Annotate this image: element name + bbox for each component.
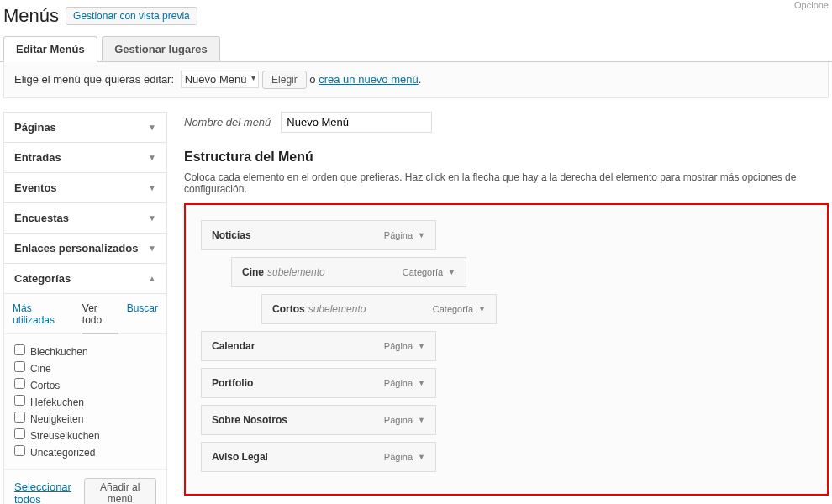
tab-manage-locations[interactable]: Gestionar lugares [102, 36, 220, 62]
menu-item[interactable]: Aviso LegalPágina▼ [201, 442, 436, 472]
screen-options[interactable]: Opcione [794, 0, 829, 10]
expand-icon[interactable]: ▼ [418, 379, 425, 387]
categories-panel-body: Más utilizadasVer todoBuscarBlechkuchenC… [4, 294, 166, 504]
or-text: o [309, 73, 315, 86]
category-item[interactable]: Cortos [14, 376, 156, 393]
category-checkbox[interactable] [14, 428, 25, 439]
category-item[interactable]: Streuselkuchen [14, 427, 156, 444]
menu-name-input[interactable] [281, 112, 432, 133]
category-checkbox[interactable] [14, 395, 25, 406]
menu-name-label: Nombre del menú [184, 116, 271, 129]
expand-icon[interactable]: ▼ [418, 342, 425, 350]
menu-item[interactable]: CinesubelementoCategoría▼ [231, 257, 466, 287]
subtab-view-all[interactable]: Ver todo [82, 302, 118, 334]
menu-item[interactable]: CortossubelementoCategoría▼ [261, 294, 497, 324]
menu-item-type: Página [384, 341, 413, 351]
select-menu-label: Elige el menú que quieras editar: [14, 73, 174, 86]
tab-edit-menus[interactable]: Editar Menús [3, 36, 97, 62]
sidebar-panel-enlaces-personalizados[interactable]: Enlaces personalizados▼ [4, 234, 166, 264]
menu-item[interactable]: Sobre NosotrosPágina▼ [201, 405, 436, 435]
subtab-most-used[interactable]: Más utilizadas [13, 302, 74, 333]
category-item[interactable]: Cine [14, 360, 156, 376]
expand-icon[interactable]: ▼ [448, 268, 455, 276]
menu-item-type: Categoría [403, 267, 443, 277]
manage-preview-button[interactable]: Gestionar con vista previa [66, 7, 197, 25]
category-checkbox[interactable] [14, 445, 25, 456]
category-item[interactable]: Blechkuchen [14, 343, 156, 360]
choose-button[interactable]: Elegir [262, 71, 307, 89]
category-item[interactable]: Uncategorized [14, 444, 156, 460]
structure-description: Coloca cada elemento en el orden que pre… [184, 171, 829, 195]
sidebar-panel-entradas[interactable]: Entradas▼ [4, 143, 166, 173]
expand-icon[interactable]: ▼ [418, 231, 425, 239]
page-title: Menús [3, 5, 59, 27]
category-checkbox[interactable] [14, 412, 25, 423]
menu-item-type: Página [384, 415, 413, 425]
menu-select[interactable]: Nuevo Menú [181, 71, 260, 88]
add-to-menu-button[interactable]: Añadir al menú [84, 478, 156, 504]
menu-item[interactable]: PortfolioPágina▼ [201, 368, 436, 398]
menu-item[interactable]: NoticiasPágina▼ [201, 220, 436, 250]
chevron-down-icon: ▼ [148, 183, 156, 192]
category-item[interactable]: Hefekuchen [14, 393, 156, 410]
expand-icon[interactable]: ▼ [478, 305, 486, 313]
menu-item-type: Página [384, 378, 413, 388]
menu-item-type: Página [384, 230, 413, 240]
chevron-down-icon: ▼ [148, 244, 156, 253]
structure-heading: Estructura del Menú [184, 150, 829, 165]
category-checkbox[interactable] [14, 344, 25, 355]
expand-icon[interactable]: ▼ [418, 453, 425, 461]
sidebar-panel-encuestas[interactable]: Encuestas▼ [4, 203, 166, 234]
subtab-search[interactable]: Buscar [127, 302, 158, 333]
tabs: Editar Menús Gestionar lugares [0, 35, 832, 62]
chevron-up-icon: ▲ [148, 274, 156, 283]
chevron-down-icon: ▼ [148, 153, 156, 162]
menu-selector-bar: Elige el menú que quieras editar: Nuevo … [3, 62, 829, 98]
menu-item-type: Página [384, 452, 413, 462]
select-all-link[interactable]: Seleccionar todos [14, 480, 84, 504]
sidebar-panel-páginas[interactable]: Páginas▼ [4, 113, 166, 143]
sidebar-panel-categorias[interactable]: Categorías▲ [4, 264, 166, 294]
category-item[interactable]: Neuigkeiten [14, 410, 156, 427]
menu-structure: NoticiasPágina▼CinesubelementoCategoría▼… [184, 203, 829, 496]
sidebar-panel-eventos[interactable]: Eventos▼ [4, 173, 166, 203]
menu-item[interactable]: CalendarPágina▼ [201, 331, 436, 361]
menu-item-type: Categoría [433, 304, 473, 314]
category-checkbox[interactable] [14, 378, 25, 389]
chevron-down-icon: ▼ [148, 123, 156, 132]
chevron-down-icon: ▼ [148, 213, 156, 223]
expand-icon[interactable]: ▼ [418, 416, 425, 424]
create-new-menu-link[interactable]: crea un nuevo menú [319, 73, 419, 86]
category-checkbox[interactable] [14, 361, 25, 372]
